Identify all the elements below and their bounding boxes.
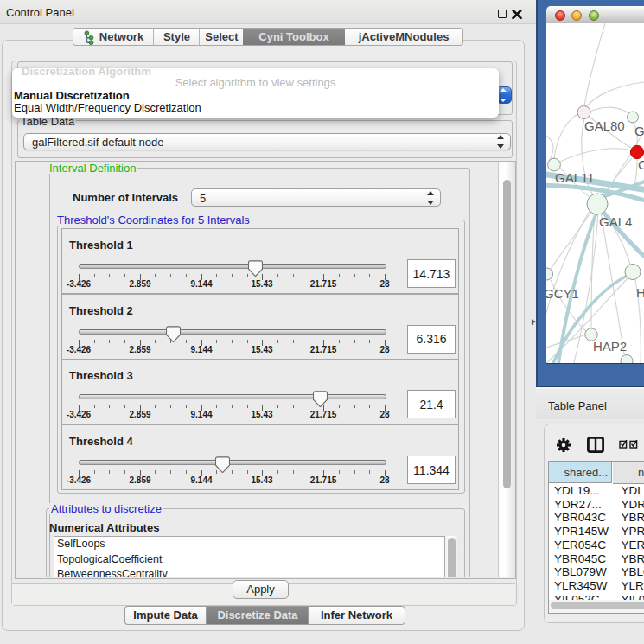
- svg-text:GA: GA: [634, 124, 644, 138]
- svg-text:CD: CD: [638, 157, 644, 172]
- svg-text:GAL80: GAL80: [584, 118, 625, 133]
- svg-text:HA: HA: [636, 285, 644, 300]
- svg-text:HAP2: HAP2: [593, 339, 627, 354]
- svg-text:GAL4: GAL4: [599, 214, 632, 229]
- svg-text:GCY1: GCY1: [546, 286, 579, 301]
- svg-text:GAL11: GAL11: [555, 170, 595, 185]
